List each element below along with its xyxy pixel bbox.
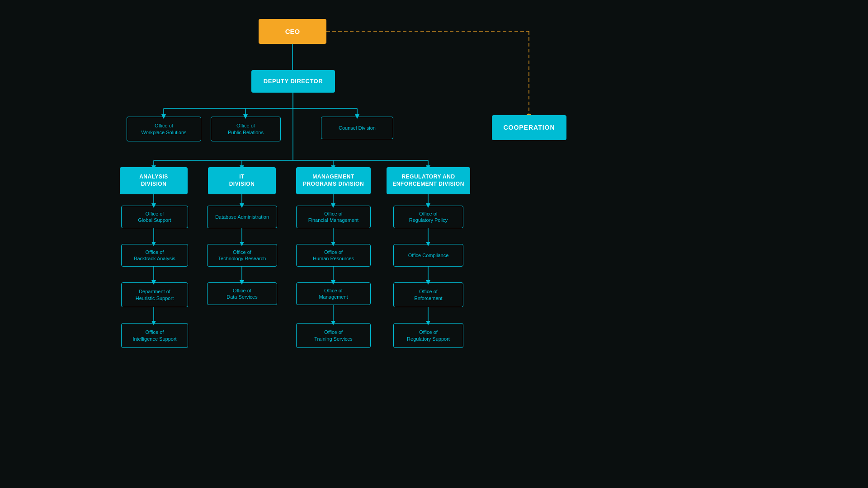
management-office-node: Office ofManagement: [296, 282, 371, 305]
analysis-division-node: ANALYSISDIVISION: [120, 167, 188, 194]
public-relations-node: Office ofPublic Relations: [211, 117, 281, 141]
compliance-node: Office Compliance: [393, 244, 463, 267]
org-chart: CEO DEPUTY DIRECTOR Office ofWorkplace S…: [0, 0, 868, 488]
technology-research-node: Office ofTechnology Research: [207, 244, 277, 267]
data-services-node: Office ofData Services: [207, 282, 277, 305]
ceo-node: CEO: [259, 19, 326, 44]
intelligence-support-node: Office ofIntelligence Support: [121, 323, 188, 348]
db-admin-node: Database Administration: [207, 206, 277, 228]
training-services-node: Office ofTraining Services: [296, 323, 371, 348]
backtrack-analysis-node: Office ofBacktrack Analysis: [121, 244, 188, 267]
enforcement-node: Office ofEnforcement: [393, 282, 463, 307]
counsel-division-node: Counsel Division: [321, 117, 393, 139]
cooperation-node: COOPERATION: [492, 115, 566, 140]
human-resources-node: Office ofHuman Resources: [296, 244, 371, 267]
heuristic-support-node: Department ofHeuristic Support: [121, 282, 188, 307]
it-division-node: ITDIVISION: [208, 167, 276, 194]
financial-management-node: Office ofFinancial Management: [296, 206, 371, 228]
management-programs-division-node: MANAGEMENTPROGRAMS DIVISION: [296, 167, 371, 194]
workplace-solutions-node: Office ofWorkplace Solutions: [127, 117, 201, 141]
global-support-node: Office ofGlobal Support: [121, 206, 188, 228]
regulatory-policy-node: Office ofRegulatory Policy: [393, 206, 463, 228]
regulatory-enforcement-division-node: REGULATORY ANDENFORCEMENT DIVISION: [387, 167, 470, 194]
deputy-director-node: DEPUTY DIRECTOR: [251, 70, 335, 93]
regulatory-support-node: Office ofRegulatory Support: [393, 323, 463, 348]
